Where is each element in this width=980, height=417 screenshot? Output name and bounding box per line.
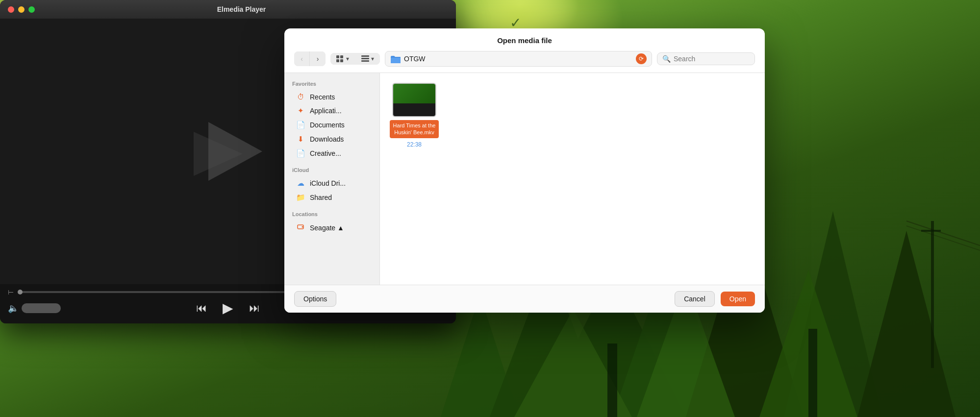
svg-marker-3 bbox=[784, 211, 882, 417]
player-logo bbox=[179, 102, 277, 200]
file-thumbnail-inner bbox=[393, 84, 435, 103]
svg-rect-29 bbox=[361, 58, 369, 59]
search-input[interactable] bbox=[674, 55, 750, 63]
favorites-label: Favorites bbox=[284, 79, 379, 90]
sidebar-item-label-creative: Creative... bbox=[310, 149, 341, 157]
dialog-footer: Options Cancel Open bbox=[284, 285, 765, 313]
play-button[interactable]: ▶ bbox=[223, 300, 233, 316]
volume-icon: 🔈 bbox=[8, 303, 19, 314]
location-bar[interactable]: OTGW ⟳ bbox=[385, 51, 652, 67]
svg-rect-27 bbox=[340, 59, 343, 62]
svg-line-12 bbox=[906, 221, 980, 245]
seagate-icon bbox=[296, 223, 305, 232]
svg-marker-4 bbox=[857, 231, 955, 417]
options-button[interactable]: Options bbox=[294, 291, 336, 307]
sidebar-item-label-documents: Documents bbox=[310, 121, 345, 129]
sidebar-item-creative[interactable]: 📄 Creative... bbox=[288, 147, 376, 160]
locations-label: Locations bbox=[284, 209, 379, 220]
footer-left: Options bbox=[294, 291, 336, 307]
svg-rect-28 bbox=[361, 55, 369, 57]
cancel-button[interactable]: Cancel bbox=[675, 291, 715, 307]
dialog-header: Open media file bbox=[284, 28, 765, 45]
sidebar-item-icloud-drive[interactable]: ☁ iCloud Dri... bbox=[288, 176, 376, 190]
footer-right: Cancel Open bbox=[675, 291, 755, 307]
sidebar-item-label-recents: Recents bbox=[310, 93, 335, 101]
svg-rect-11 bbox=[808, 329, 817, 417]
sidebar-item-applications[interactable]: ✦ Applicati... bbox=[288, 104, 376, 118]
file-item[interactable]: Hard Times at the Huskin' Bee.mkv 22:38 bbox=[390, 83, 439, 148]
file-browser[interactable]: Hard Times at the Huskin' Bee.mkv 22:38 bbox=[380, 73, 765, 285]
file-thumbnail-wrapper bbox=[392, 83, 436, 117]
search-icon: 🔍 bbox=[662, 55, 671, 63]
sidebar-item-documents[interactable]: 📄 Documents bbox=[288, 118, 376, 132]
svg-marker-7 bbox=[514, 309, 632, 417]
volume-slider[interactable] bbox=[22, 303, 61, 313]
back-button[interactable]: ‹ bbox=[294, 51, 310, 66]
minimize-button[interactable] bbox=[18, 6, 25, 13]
svg-rect-24 bbox=[336, 55, 339, 58]
sidebar-item-label-applications: Applicati... bbox=[310, 107, 342, 115]
icloud-icon: ☁ bbox=[296, 179, 305, 188]
prev-button[interactable]: ⏮ bbox=[196, 302, 207, 315]
documents-icon: 📄 bbox=[296, 121, 305, 129]
file-thumbnail bbox=[392, 83, 436, 117]
next-button[interactable]: ⏭ bbox=[249, 302, 260, 315]
file-duration: 22:38 bbox=[407, 141, 422, 148]
center-controls: ⏮ ▶ ⏭ bbox=[196, 300, 260, 316]
progress-handle-left[interactable] bbox=[18, 290, 23, 294]
file-dialog: Open media file ‹ › ▾ ▾ bbox=[284, 28, 765, 313]
applications-icon: ✦ bbox=[296, 106, 305, 115]
svg-rect-25 bbox=[340, 55, 343, 58]
player-titlebar: Elmedia Player bbox=[0, 0, 456, 19]
svg-rect-30 bbox=[361, 60, 369, 62]
svg-line-13 bbox=[906, 226, 980, 250]
shared-icon: 📁 bbox=[296, 193, 305, 202]
maximize-button[interactable] bbox=[28, 6, 35, 13]
list-view-button[interactable]: ▾ bbox=[355, 53, 380, 65]
downloads-icon: ⬇ bbox=[296, 135, 305, 144]
icon-view-button[interactable]: ▾ bbox=[330, 53, 355, 65]
sidebar-item-seagate[interactable]: Seagate ▲ bbox=[288, 221, 376, 235]
sidebar-item-downloads[interactable]: ⬇ Downloads bbox=[288, 132, 376, 146]
dialog-title: Open media file bbox=[497, 36, 552, 45]
sidebar-item-shared[interactable]: 📁 Shared bbox=[288, 191, 376, 204]
traffic-lights bbox=[8, 6, 35, 13]
sidebar: Favorites ⏱ Recents ✦ Applicati... 📄 Doc… bbox=[284, 73, 380, 285]
file-thumbnail-bottom bbox=[393, 103, 435, 116]
player-title: Elmedia Player bbox=[35, 5, 448, 13]
open-button[interactable]: Open bbox=[721, 292, 755, 306]
folder-icon bbox=[390, 55, 400, 63]
sidebar-item-recents[interactable]: ⏱ Recents bbox=[288, 90, 376, 103]
sidebar-item-label-downloads: Downloads bbox=[310, 135, 344, 143]
dialog-body: Favorites ⏱ Recents ✦ Applicati... 📄 Doc… bbox=[284, 73, 765, 285]
dialog-toolbar: ‹ › ▾ ▾ OTGW ⟳ bbox=[284, 45, 765, 73]
svg-rect-10 bbox=[607, 343, 617, 417]
icloud-label: iCloud bbox=[284, 165, 379, 176]
svg-point-32 bbox=[302, 226, 303, 228]
sidebar-item-label-shared: Shared bbox=[310, 194, 332, 201]
close-button[interactable] bbox=[8, 6, 14, 13]
location-spinner[interactable]: ⟳ bbox=[636, 53, 647, 64]
search-bar: 🔍 bbox=[657, 52, 755, 65]
svg-marker-9 bbox=[759, 270, 857, 417]
creative-icon: 📄 bbox=[296, 149, 305, 158]
recents-icon: ⏱ bbox=[296, 93, 305, 101]
svg-rect-26 bbox=[336, 59, 339, 62]
sidebar-item-label-icloud: iCloud Dri... bbox=[310, 179, 346, 187]
file-name-badge: Hard Times at the Huskin' Bee.mkv bbox=[390, 120, 439, 138]
volume-group: 🔈 bbox=[8, 303, 61, 314]
location-text: OTGW bbox=[404, 55, 632, 63]
nav-btn-group: ‹ › bbox=[294, 51, 326, 66]
svg-rect-14 bbox=[931, 221, 934, 368]
forward-button[interactable]: › bbox=[310, 51, 326, 66]
sidebar-item-label-seagate: Seagate ▲ bbox=[310, 224, 344, 232]
view-btn-group: ▾ ▾ bbox=[330, 53, 380, 65]
